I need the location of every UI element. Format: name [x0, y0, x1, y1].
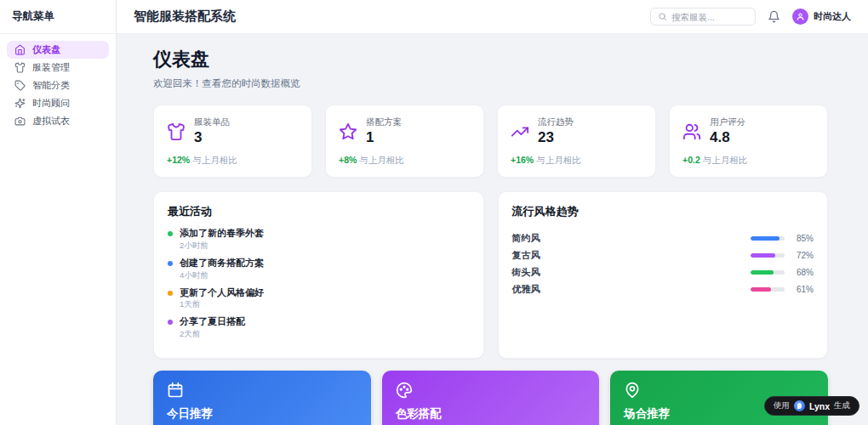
home-icon	[14, 44, 26, 55]
lynx-logo-icon	[794, 400, 805, 411]
sidebar-item-clothing[interactable]: 服装管理	[7, 59, 109, 76]
trend-bar-track	[751, 287, 785, 292]
trend-bar-fill	[751, 253, 775, 258]
stat-card-outfit-plans[interactable]: 搭配方案 1 +8%与上月相比	[325, 105, 484, 178]
trend-percent: 85%	[791, 234, 814, 243]
stat-value: 23	[538, 129, 574, 146]
trend-bar-fill	[751, 270, 774, 275]
activity-dot	[168, 261, 173, 266]
calendar-icon	[167, 382, 357, 399]
stat-delta-suffix: 与上月相比	[192, 155, 237, 165]
trend-bar-track	[751, 236, 785, 241]
sidebar-item-advisor[interactable]: 时尚顾问	[7, 94, 109, 112]
sidebar-item-label: 时尚顾问	[32, 97, 70, 110]
action-card-color-matching[interactable]: 色彩搭配 AI智能色彩匹配和和谐搭配	[382, 371, 600, 425]
activity-text: 更新了个人风格偏好	[180, 287, 264, 299]
trend-row: 简约风 85%	[512, 230, 814, 246]
trending-up-icon	[511, 122, 529, 141]
activity-time: 2天前	[180, 329, 245, 340]
stat-label: 流行趋势	[538, 116, 574, 128]
lynx-badge-suffix: 生成	[834, 400, 850, 411]
sidebar-item-label: 虚拟试衣	[32, 115, 70, 128]
main-content: 仪表盘 欢迎回来！查看您的时尚数据概览 服装单品 3 +12%与上月相比	[117, 34, 868, 425]
activity-time: 1天前	[180, 299, 264, 310]
stat-label: 服装单品	[194, 116, 230, 128]
trend-label: 优雅风	[512, 283, 540, 296]
stat-delta-suffix: 与上月相比	[703, 155, 748, 165]
activity-dot	[168, 231, 173, 236]
sidebar: 导航菜单 仪表盘 服装管理 智能分类 时尚顾问	[0, 0, 117, 425]
activity-dot	[168, 320, 173, 325]
action-title: 色彩搭配	[396, 406, 586, 422]
stat-card-trends[interactable]: 流行趋势 23 +16%与上月相比	[497, 105, 656, 178]
trend-row: 复古风 72%	[512, 246, 814, 264]
user-name: 时尚达人	[814, 10, 851, 23]
stat-delta: +8%	[339, 155, 357, 165]
sidebar-item-label: 服装管理	[32, 61, 70, 74]
stat-value: 4.8	[710, 129, 745, 146]
sidebar-nav: 仪表盘 服装管理 智能分类 时尚顾问 虚拟试衣	[0, 34, 116, 137]
action-title: 今日推荐	[167, 406, 357, 422]
panel-title: 流行风格趋势	[512, 204, 814, 219]
action-card-today-recommendation[interactable]: 今日推荐 基于天气和日程的智能搭配建议	[153, 371, 371, 425]
trend-row: 街头风 68%	[512, 264, 814, 280]
stat-value: 3	[194, 129, 230, 146]
shirt-icon	[167, 122, 186, 141]
stat-card-user-rating[interactable]: 用户评分 4.8 +0.2与上月相比	[669, 105, 828, 178]
sidebar-item-classification[interactable]: 智能分类	[7, 76, 109, 94]
sidebar-item-label: 仪表盘	[32, 43, 60, 56]
sidebar-item-label: 智能分类	[32, 79, 70, 92]
activity-item: 创建了商务搭配方案 4小时前	[168, 258, 470, 281]
lynx-brand: Lynx	[809, 401, 830, 411]
style-trends-panel: 流行风格趋势 简约风 85% 复古风 72%	[498, 191, 829, 359]
star-icon	[339, 122, 357, 141]
sidebar-item-fitting[interactable]: 虚拟试衣	[7, 112, 109, 130]
trend-bar-track	[751, 253, 785, 258]
stat-label: 搭配方案	[366, 116, 402, 128]
trend-label: 复古风	[512, 249, 540, 262]
trend-bar-fill	[751, 287, 771, 292]
page-title: 仪表盘	[153, 47, 828, 72]
shirt-icon	[14, 62, 26, 73]
trend-percent: 68%	[791, 268, 814, 277]
page-subtitle: 欢迎回来！查看您的时尚数据概览	[153, 77, 828, 90]
sparkles-icon	[14, 98, 26, 109]
activity-time: 4小时前	[180, 270, 264, 281]
stat-delta-suffix: 与上月相比	[359, 155, 404, 165]
lynx-badge[interactable]: 使用 Lynx 生成	[764, 396, 859, 416]
app-title: 智能服装搭配系统	[134, 8, 236, 25]
stat-card-clothing-items[interactable]: 服装单品 3 +12%与上月相比	[153, 105, 312, 178]
trend-row: 优雅风 61%	[512, 280, 814, 298]
recent-activity-panel: 最近活动 添加了新的春季外套 2小时前 创建了商务搭配方案 4小时前	[153, 191, 484, 359]
trend-percent: 72%	[791, 251, 814, 260]
trend-label: 简约风	[512, 232, 540, 245]
palette-icon	[396, 382, 586, 399]
search-box[interactable]	[650, 8, 756, 26]
tag-icon	[14, 80, 26, 91]
avatar	[792, 8, 808, 25]
stat-delta: +0.2	[682, 155, 700, 165]
bell-icon[interactable]	[768, 10, 780, 23]
activity-item: 分享了夏日搭配 2天前	[168, 316, 470, 340]
main-column: 智能服装搭配系统 时尚达人 仪表盘 欢迎回来！查看您的时尚数据概览	[117, 0, 868, 425]
trend-bar-track	[751, 270, 785, 275]
stats-row: 服装单品 3 +12%与上月相比 搭配方案 1	[153, 105, 828, 178]
activity-dot	[168, 291, 173, 296]
users-icon	[682, 122, 701, 141]
stat-delta-suffix: 与上月相比	[536, 155, 581, 165]
activity-text: 分享了夏日搭配	[180, 316, 245, 328]
activity-item: 添加了新的春季外套 2小时前	[168, 228, 470, 252]
sidebar-item-dashboard[interactable]: 仪表盘	[7, 41, 109, 59]
search-input[interactable]	[671, 12, 748, 22]
activity-time: 2小时前	[180, 241, 264, 252]
sidebar-title: 导航菜单	[0, 0, 116, 34]
trend-bar-fill	[751, 236, 779, 241]
trend-label: 街头风	[512, 266, 540, 279]
user-menu[interactable]: 时尚达人	[792, 8, 851, 25]
stat-label: 用户评分	[710, 116, 745, 128]
activity-text: 创建了商务搭配方案	[180, 258, 264, 269]
lynx-badge-prefix: 使用	[774, 400, 790, 411]
panel-title: 最近活动	[168, 204, 470, 219]
topbar: 智能服装搭配系统 时尚达人	[117, 0, 868, 34]
stat-delta: +12%	[167, 155, 190, 165]
